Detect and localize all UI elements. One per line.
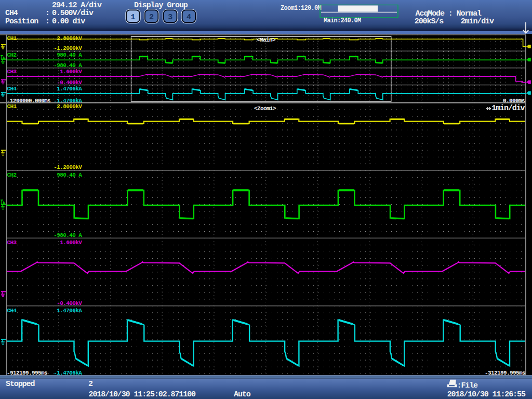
svg-text:2: 2	[88, 380, 93, 389]
svg-text:Auto: Auto	[234, 390, 251, 399]
svg-text::: :	[45, 17, 49, 26]
svg-text:CH4: CH4	[7, 308, 17, 314]
svg-text:2018/10/30 11:25:02.871100: 2018/10/30 11:25:02.871100	[89, 390, 196, 399]
svg-text:<Zoom1>: <Zoom1>	[254, 105, 276, 112]
svg-text:CH4: CH4	[5, 9, 18, 18]
svg-text:CH3: CH3	[7, 69, 17, 75]
svg-text:-1200000.000ms: -1200000.000ms	[7, 98, 50, 104]
svg-text:980.40 A: 980.40 A	[57, 52, 82, 58]
svg-text:CH2: CH2	[7, 172, 17, 178]
svg-text:Position: Position	[5, 17, 38, 26]
svg-text:<Main>: <Main>	[257, 37, 276, 43]
svg-text:-0.400kV: -0.400kV	[57, 300, 82, 307]
svg-text:-1.4706kA: -1.4706kA	[54, 370, 82, 376]
svg-text:4: 4	[187, 13, 191, 22]
svg-text:Display Group: Display Group	[134, 1, 188, 10]
svg-text::File: :File	[457, 381, 478, 390]
svg-text:200kS/s: 200kS/s	[415, 17, 444, 26]
svg-text:294.12 A/div: 294.12 A/div	[52, 1, 102, 10]
svg-text:0.00 div: 0.00 div	[52, 17, 85, 26]
svg-text:CH1: CH1	[7, 103, 17, 110]
svg-text:-1.2000kV: -1.2000kV	[54, 164, 82, 170]
svg-text:CH1: CH1	[7, 35, 17, 42]
svg-text:2: 2	[149, 13, 154, 22]
svg-text:-980.40 A: -980.40 A	[54, 62, 82, 69]
svg-text:-0.400kV: -0.400kV	[57, 79, 82, 86]
svg-text:Zoom1:120.0M: Zoom1:120.0M	[281, 5, 322, 12]
svg-text:-980.40 A: -980.40 A	[54, 232, 82, 238]
svg-text:-312199.995ms: -312199.995ms	[485, 370, 525, 376]
svg-text:1.4706kA: 1.4706kA	[57, 308, 82, 314]
svg-text:0.000ms: 0.000ms	[503, 98, 525, 104]
svg-text:1min/div: 1min/div	[491, 104, 525, 113]
svg-text:1.600kV: 1.600kV	[60, 69, 82, 75]
svg-text:2.8000kV: 2.8000kV	[57, 35, 82, 42]
svg-text:0.500V/div: 0.500V/div	[52, 9, 94, 18]
svg-text:-1.2000kV: -1.2000kV	[54, 45, 82, 51]
svg-text:Stopped: Stopped	[6, 380, 34, 389]
svg-text:CH3: CH3	[7, 240, 17, 246]
svg-text:1: 1	[130, 13, 135, 22]
svg-text:CH4: CH4	[7, 86, 17, 92]
svg-text:2018/10/30 11:26:55: 2018/10/30 11:26:55	[447, 390, 526, 399]
svg-text:Main:240.0M: Main:240.0M	[324, 17, 361, 24]
svg-text:-1.4706kA: -1.4706kA	[54, 98, 82, 104]
svg-text:-912199.995ms: -912199.995ms	[7, 370, 47, 376]
svg-text:980.40 A: 980.40 A	[57, 172, 82, 178]
svg-text:CH2: CH2	[7, 52, 17, 58]
svg-text:2min/div: 2min/div	[461, 17, 494, 26]
svg-text:1.600kV: 1.600kV	[60, 240, 82, 246]
svg-text::: :	[45, 9, 49, 18]
svg-text:1.4706kA: 1.4706kA	[57, 86, 82, 92]
svg-text:2.8000kV: 2.8000kV	[57, 103, 82, 110]
svg-text:3: 3	[168, 13, 172, 22]
